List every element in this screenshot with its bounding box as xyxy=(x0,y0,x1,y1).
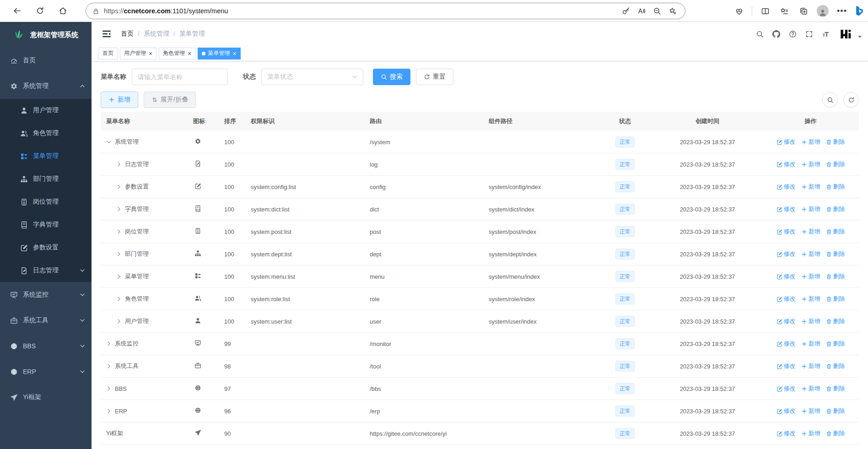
hamburger-icon[interactable] xyxy=(102,29,112,39)
sidebar-item-系统监控[interactable]: 系统监控 xyxy=(0,282,92,308)
row-delete-link[interactable]: 删除 xyxy=(826,295,845,303)
expand-arrow[interactable] xyxy=(116,296,122,302)
row-add-link[interactable]: 新增 xyxy=(801,205,820,213)
address-bar[interactable]: https://ccnetcore.com:1101/system/menu xyxy=(86,3,685,19)
row-edit-link[interactable]: 修改 xyxy=(776,295,796,303)
profile-avatar[interactable] xyxy=(814,2,831,20)
sidebar-item-系统管理[interactable]: 系统管理 xyxy=(0,73,92,99)
row-add-link[interactable]: 新增 xyxy=(801,183,820,191)
collections-button[interactable] xyxy=(795,2,812,20)
search-button[interactable]: 搜索 xyxy=(373,69,410,85)
row-edit-link[interactable]: 修改 xyxy=(776,384,796,393)
close-icon[interactable]: × xyxy=(149,50,152,57)
breadcrumb-item[interactable]: 首页 xyxy=(121,30,134,38)
tab-菜单管理[interactable]: 菜单管理 × xyxy=(198,48,240,60)
sidebar-item-系统工具[interactable]: 系统工具 xyxy=(0,308,92,333)
row-edit-link[interactable]: 修改 xyxy=(776,250,796,258)
row-add-link[interactable]: 新增 xyxy=(801,160,820,168)
row-edit-link[interactable]: 修改 xyxy=(776,160,796,168)
question-button[interactable] xyxy=(786,27,799,40)
row-delete-link[interactable]: 删除 xyxy=(826,183,845,191)
favorites-bar-button[interactable] xyxy=(776,2,793,20)
row-delete-link[interactable]: 删除 xyxy=(826,138,845,146)
expand-arrow[interactable] xyxy=(116,162,122,167)
font-size-button[interactable]: тT xyxy=(819,27,832,40)
sidebar-item-BBS[interactable]: BBS xyxy=(0,333,92,359)
row-delete-link[interactable]: 删除 xyxy=(826,362,845,370)
chevron-down-icon[interactable] xyxy=(858,36,862,38)
home-button[interactable] xyxy=(54,2,71,20)
menu-name-input[interactable] xyxy=(132,69,228,85)
row-delete-link[interactable]: 删除 xyxy=(826,227,845,236)
row-add-link[interactable]: 新增 xyxy=(801,138,820,146)
status-select[interactable]: 菜单状态 xyxy=(261,69,363,85)
copilot-button[interactable] xyxy=(852,5,865,17)
row-delete-link[interactable]: 删除 xyxy=(826,250,845,258)
github-button[interactable] xyxy=(770,27,782,40)
split-screen-button[interactable] xyxy=(756,2,774,20)
expand-arrow[interactable] xyxy=(116,251,122,257)
sidebar-item-日志管理[interactable]: 日志管理 xyxy=(0,259,92,282)
expand-arrow[interactable] xyxy=(116,206,122,212)
row-add-link[interactable]: 新增 xyxy=(801,340,820,348)
row-add-link[interactable]: 新增 xyxy=(801,227,820,236)
expand-arrow[interactable] xyxy=(116,274,122,279)
expand-arrow[interactable] xyxy=(106,363,112,369)
row-add-link[interactable]: 新增 xyxy=(801,429,820,438)
row-add-link[interactable]: 新增 xyxy=(801,407,820,415)
sidebar-item-角色管理[interactable]: 角色管理 xyxy=(0,122,92,145)
fullscreen-button[interactable] xyxy=(803,27,815,40)
expand-arrow[interactable] xyxy=(116,229,122,234)
row-delete-link[interactable]: 删除 xyxy=(826,272,845,281)
row-delete-link[interactable]: 删除 xyxy=(826,429,845,438)
sidebar-item-部门管理[interactable]: 部门管理 xyxy=(0,168,92,190)
back-button[interactable] xyxy=(8,2,26,20)
key-button[interactable] xyxy=(618,4,634,18)
essentials-button[interactable] xyxy=(730,2,748,20)
search-toggle-button[interactable] xyxy=(822,92,838,108)
user-avatar-logo[interactable] xyxy=(839,28,852,40)
sidebar-item-Yi框架[interactable]: Yi框架 xyxy=(0,384,92,410)
sidebar-item-首页[interactable]: 首页 xyxy=(0,48,92,73)
sidebar-item-岗位管理[interactable]: 岗位管理 xyxy=(0,190,92,213)
reload-button[interactable] xyxy=(31,2,49,20)
expand-arrow[interactable] xyxy=(106,408,112,414)
row-add-link[interactable]: 新增 xyxy=(801,250,820,258)
row-edit-link[interactable]: 修改 xyxy=(776,429,796,438)
favorite-star-button[interactable] xyxy=(665,4,680,18)
sidebar-item-菜单管理[interactable]: 菜单管理 xyxy=(0,145,92,168)
expand-arrow[interactable] xyxy=(106,341,112,346)
row-add-link[interactable]: 新增 xyxy=(801,272,820,281)
row-add-link[interactable]: 新增 xyxy=(801,317,820,325)
more-button[interactable]: ••• xyxy=(833,2,851,20)
close-icon[interactable]: × xyxy=(232,50,236,57)
tab-用户管理[interactable]: 用户管理 × xyxy=(120,48,156,60)
close-icon[interactable]: × xyxy=(188,50,191,57)
refresh-table-button[interactable] xyxy=(843,92,859,108)
row-edit-link[interactable]: 修改 xyxy=(776,205,796,213)
row-edit-link[interactable]: 修改 xyxy=(776,272,796,281)
row-delete-link[interactable]: 删除 xyxy=(826,205,845,213)
app-logo[interactable]: 意框架管理系统 xyxy=(0,22,92,48)
expand-arrow[interactable] xyxy=(106,386,112,391)
row-delete-link[interactable]: 删除 xyxy=(826,340,845,348)
search-button[interactable] xyxy=(753,27,766,40)
expand-collapse-button[interactable]: 展开/折叠 xyxy=(144,92,196,108)
sidebar-item-字典管理[interactable]: 字典管理 xyxy=(0,213,92,236)
sidebar-item-ERP[interactable]: ERP xyxy=(0,359,92,384)
expand-arrow[interactable] xyxy=(116,319,122,324)
row-add-link[interactable]: 新增 xyxy=(801,295,820,303)
row-edit-link[interactable]: 修改 xyxy=(776,317,796,325)
row-add-link[interactable]: 新增 xyxy=(801,384,820,393)
expand-arrow[interactable] xyxy=(116,184,122,189)
row-delete-link[interactable]: 删除 xyxy=(826,317,845,325)
row-edit-link[interactable]: 修改 xyxy=(776,340,796,348)
row-delete-link[interactable]: 删除 xyxy=(826,160,845,168)
zoom-out-button[interactable] xyxy=(649,4,665,18)
row-add-link[interactable]: 新增 xyxy=(801,362,820,370)
sidebar-item-用户管理[interactable]: 用户管理 xyxy=(0,99,92,122)
row-edit-link[interactable]: 修改 xyxy=(776,362,796,370)
row-edit-link[interactable]: 修改 xyxy=(776,183,796,191)
row-delete-link[interactable]: 删除 xyxy=(826,384,845,393)
row-edit-link[interactable]: 修改 xyxy=(776,407,796,415)
